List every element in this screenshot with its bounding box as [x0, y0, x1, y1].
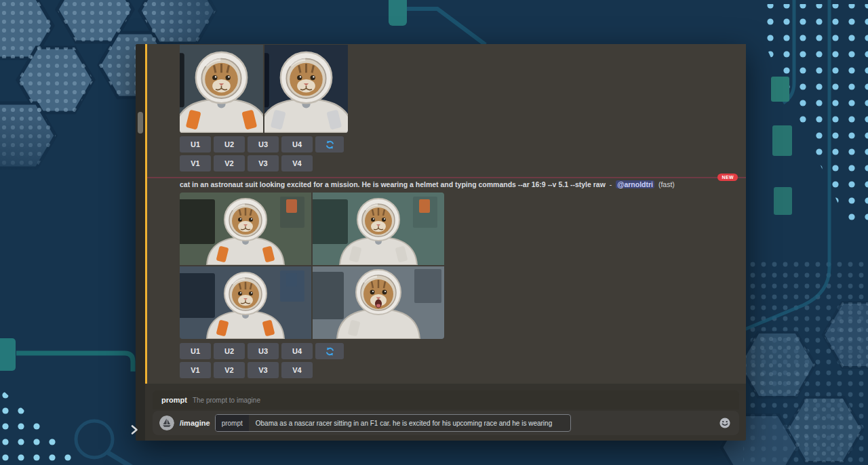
v1-button[interactable]: V1: [180, 155, 211, 171]
emoji-picker-button[interactable]: [719, 417, 731, 429]
image-grid-current[interactable]: [180, 193, 444, 339]
message-prompt-line: cat in an astronaut suit looking excited…: [180, 180, 736, 189]
reroll-button[interactable]: [315, 136, 344, 153]
new-messages-divider: NEW: [147, 177, 746, 178]
command-option-popup[interactable]: prompt The prompt to imagine: [153, 390, 739, 409]
prompt-input[interactable]: prompt Obama as a nascar racer sitting i…: [215, 414, 571, 432]
v2-button[interactable]: V2: [214, 155, 245, 171]
refresh-icon: [325, 346, 335, 357]
u3-button[interactable]: U3: [248, 136, 279, 153]
v4-button[interactable]: V4: [281, 362, 313, 378]
option-description: The prompt to imagine: [193, 397, 260, 404]
message-list: U1 U2 U3 U4 V1 V2 V3 V4 NEW cat in an as…: [147, 44, 746, 384]
generated-image[interactable]: [180, 266, 311, 339]
generation-mode: (fast): [658, 180, 675, 188]
generated-image[interactable]: [313, 266, 444, 339]
u2-button[interactable]: U2: [214, 136, 245, 153]
u1-button[interactable]: U1: [180, 343, 211, 359]
prompt-input-value[interactable]: Obama as a nascar racer sitting in an F1…: [249, 420, 552, 427]
variation-row-previous: V1 V2 V3 V4: [180, 155, 313, 171]
chat-input-bar[interactable]: /imagine prompt Obama as a nascar racer …: [153, 411, 739, 435]
image-grid-previous[interactable]: [180, 45, 348, 133]
magnifier-motif: [76, 421, 133, 465]
option-name: prompt: [161, 396, 187, 404]
prompt-text: cat in an astronaut suit looking excited…: [180, 180, 606, 188]
separator: -: [610, 180, 612, 188]
v1-button[interactable]: V1: [180, 362, 211, 378]
smiley-emoji-icon: [719, 417, 731, 429]
variation-row-current: V1 V2 V3 V4: [180, 362, 313, 378]
user-mention[interactable]: @arnoldtri: [616, 180, 654, 188]
slash-command-label: /imagine: [180, 419, 210, 427]
generated-image[interactable]: [264, 45, 348, 133]
discord-chat-panel: U1 U2 U3 U4 V1 V2 V3 V4 NEW cat in an as…: [136, 44, 746, 441]
u4-button[interactable]: U4: [281, 343, 313, 359]
generated-image[interactable]: [180, 45, 263, 133]
u3-button[interactable]: U3: [248, 343, 279, 359]
u4-button[interactable]: U4: [281, 136, 313, 153]
generated-image[interactable]: [180, 193, 311, 265]
scrollbar-thumb[interactable]: [138, 112, 143, 134]
u1-button[interactable]: U1: [180, 136, 211, 153]
u2-button[interactable]: U2: [214, 343, 245, 359]
generated-image[interactable]: [313, 193, 444, 265]
sailboat-bot-avatar-icon: [159, 416, 174, 430]
v3-button[interactable]: V3: [248, 155, 279, 171]
expand-chevron-icon[interactable]: [130, 424, 139, 435]
upscale-row-current: U1 U2 U3 U4: [180, 343, 344, 359]
param-chip: prompt: [216, 415, 249, 431]
v3-button[interactable]: V3: [248, 362, 279, 378]
left-gutter: [136, 44, 145, 441]
reroll-button[interactable]: [315, 343, 344, 359]
v2-button[interactable]: V2: [214, 362, 245, 378]
refresh-icon: [325, 140, 335, 150]
screen: U1 U2 U3 U4 V1 V2 V3 V4 NEW cat in an as…: [0, 0, 868, 465]
upscale-row-previous: U1 U2 U3 U4: [180, 136, 344, 153]
v4-button[interactable]: V4: [281, 155, 313, 171]
